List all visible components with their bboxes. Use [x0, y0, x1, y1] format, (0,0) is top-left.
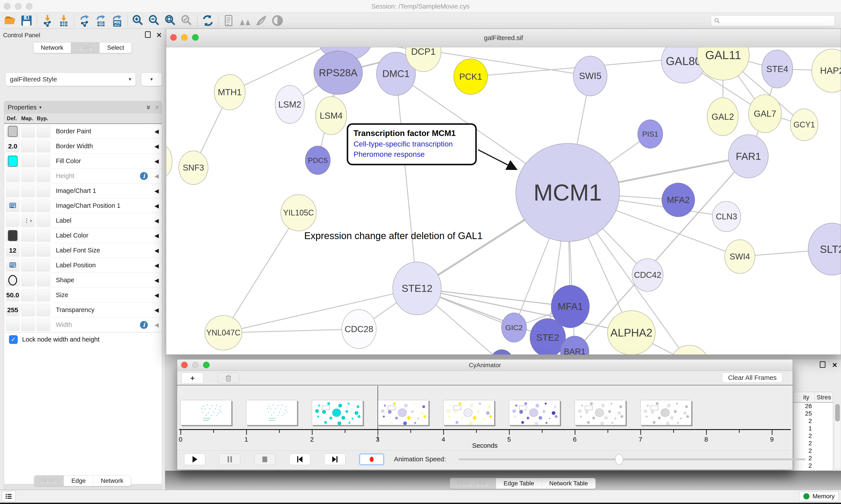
- default-value-cell[interactable]: 12: [6, 244, 19, 257]
- bypass-cell[interactable]: [37, 155, 50, 167]
- mapping-cell[interactable]: [21, 244, 35, 257]
- report-button[interactable]: [221, 14, 237, 28]
- node-gal7[interactable]: GAL7: [748, 94, 782, 133]
- expand-row-icon[interactable]: ◀: [155, 217, 159, 224]
- table-column-ity[interactable]: ity: [793, 392, 809, 402]
- property-row-transparency[interactable]: 255Transparency◀: [4, 303, 162, 318]
- mapping-cell[interactable]: [21, 155, 35, 167]
- default-value-cell[interactable]: 2.0: [6, 140, 19, 152]
- export-network-button[interactable]: [77, 14, 93, 28]
- node-yil105c[interactable]: YIL105C: [281, 194, 317, 231]
- expand-row-icon[interactable]: ◀: [155, 292, 159, 299]
- memory-button[interactable]: Memory: [799, 491, 839, 501]
- bypass-cell[interactable]: [37, 200, 50, 212]
- expand-row-icon[interactable]: ◀: [155, 143, 159, 149]
- default-value-cell[interactable]: [6, 230, 19, 242]
- expand-row-icon[interactable]: ◀: [155, 128, 159, 134]
- default-value-cell[interactable]: [6, 319, 19, 331]
- table-row[interactable]: 2: [793, 447, 833, 455]
- bypass-cell[interactable]: [37, 215, 50, 227]
- default-value-cell[interactable]: 50.0: [6, 289, 19, 301]
- bypass-cell[interactable]: [37, 230, 50, 242]
- table-row[interactable]: 2: [793, 462, 833, 470]
- expand-row-icon[interactable]: ◀: [155, 277, 159, 284]
- properties-dropdown-icon[interactable]: ▾: [39, 105, 41, 110]
- expand-row-icon[interactable]: ◀: [155, 322, 159, 328]
- lock-checkbox[interactable]: ✓: [9, 335, 18, 344]
- node-mcm1[interactable]: MCM1: [516, 143, 620, 242]
- node-gcy1[interactable]: GCY1: [790, 109, 818, 141]
- mapping-cell[interactable]: [21, 274, 35, 286]
- property-row-height[interactable]: Heighti◀: [4, 168, 162, 183]
- annotation-link-2[interactable]: Pheromone response: [354, 150, 470, 159]
- node-alpha2[interactable]: ALPHA2: [607, 310, 656, 355]
- property-row-size[interactable]: 50.0Size◀: [4, 288, 162, 303]
- collapse-all-icon[interactable]: »: [152, 105, 161, 109]
- tab-network[interactable]: Network: [33, 42, 71, 53]
- export-image-button[interactable]: [109, 14, 125, 28]
- bypass-cell[interactable]: [37, 289, 50, 301]
- property-row-label-font-size[interactable]: 12Label Font Size◀: [4, 243, 162, 258]
- node-cln3[interactable]: CLN3: [712, 201, 741, 232]
- mapping-cell[interactable]: [21, 230, 35, 242]
- property-row-width[interactable]: Widthi◀: [4, 318, 162, 332]
- property-row-image-chart-position-1[interactable]: Image/Chart Position 1◀: [4, 198, 162, 213]
- search-field[interactable]: [711, 15, 835, 26]
- node-ste4[interactable]: STE4: [762, 50, 793, 88]
- timeline-frame-7[interactable]: [640, 400, 692, 425]
- table-row[interactable]: 2: [793, 440, 833, 447]
- clear-all-frames-button[interactable]: Clear All Frames: [722, 373, 783, 383]
- node-ste12[interactable]: STE12: [392, 262, 442, 315]
- mapping-cell[interactable]: ⋮›: [21, 215, 35, 227]
- property-row-image-chart-1[interactable]: Image/Chart 1◀: [4, 183, 162, 198]
- mapping-cell[interactable]: [21, 304, 35, 316]
- table-row[interactable]: 2: [793, 432, 833, 440]
- export-table-button[interactable]: [93, 14, 109, 28]
- default-value-cell[interactable]: [6, 274, 19, 286]
- network-canvas[interactable]: RPS28BRPS28ADMC1DCP1PCK1MTH1LSM2LSM4SNF3…: [166, 47, 841, 355]
- expand-row-icon[interactable]: ◀: [155, 262, 159, 269]
- node-swi5[interactable]: SWI5: [573, 56, 607, 96]
- bypass-cell[interactable]: [37, 259, 50, 271]
- bypass-cell[interactable]: [37, 244, 50, 257]
- node-rps28a[interactable]: RPS28A: [314, 51, 363, 94]
- node-gic2[interactable]: GIC2: [501, 313, 527, 342]
- expand-row-icon[interactable]: ◀: [155, 307, 159, 313]
- bypass-cell[interactable]: [37, 125, 50, 138]
- delete-frame-button[interactable]: [217, 373, 239, 383]
- tab-style[interactable]: Style: [71, 42, 100, 53]
- mapping-cell[interactable]: [21, 125, 35, 138]
- timeline-frame-1[interactable]: [246, 400, 297, 425]
- timeline-playhead[interactable]: [378, 386, 378, 440]
- open-folder-button[interactable]: [2, 14, 18, 28]
- table-row[interactable]: 26: [793, 403, 833, 410]
- expand-row-icon[interactable]: ◀: [155, 187, 159, 194]
- mapping-cell[interactable]: [21, 170, 35, 182]
- timeline-frame-6[interactable]: [575, 400, 626, 425]
- style-selector[interactable]: galFiltered Style ▾: [5, 72, 136, 86]
- save-button[interactable]: [18, 14, 35, 28]
- node-mth1[interactable]: MTH1: [214, 74, 246, 110]
- node-swi4[interactable]: SWI4: [724, 239, 755, 274]
- style-tab-node[interactable]: Node: [34, 475, 64, 486]
- node-pdc5[interactable]: PDC5: [305, 146, 330, 175]
- default-value-cell[interactable]: [6, 200, 19, 212]
- network-window-titlebar[interactable]: galFiltered.sif: [166, 29, 841, 47]
- table-tab-network-table[interactable]: Network Table: [542, 478, 595, 489]
- expand-row-icon[interactable]: ◀: [155, 202, 159, 209]
- style-tab-edge[interactable]: Edge: [64, 475, 93, 486]
- tab-select[interactable]: Select: [100, 42, 132, 53]
- info-icon[interactable]: i: [140, 172, 148, 180]
- zoom-out-button[interactable]: [146, 14, 162, 28]
- property-row-fill-color[interactable]: Fill Color◀: [4, 154, 162, 168]
- mapping-cell[interactable]: [21, 140, 35, 152]
- bypass-cell[interactable]: [37, 170, 50, 182]
- property-row-border-width[interactable]: 2.0Border Width◀: [4, 139, 162, 154]
- add-frame-button[interactable]: +: [182, 373, 203, 383]
- timeline-frame-0[interactable]: [180, 400, 232, 425]
- float-panel-icon[interactable]: [145, 31, 151, 38]
- task-history-button[interactable]: [2, 491, 16, 502]
- timeline-frame-5[interactable]: [509, 400, 560, 425]
- mapping-cell[interactable]: [21, 289, 35, 301]
- bypass-cell[interactable]: [37, 274, 50, 286]
